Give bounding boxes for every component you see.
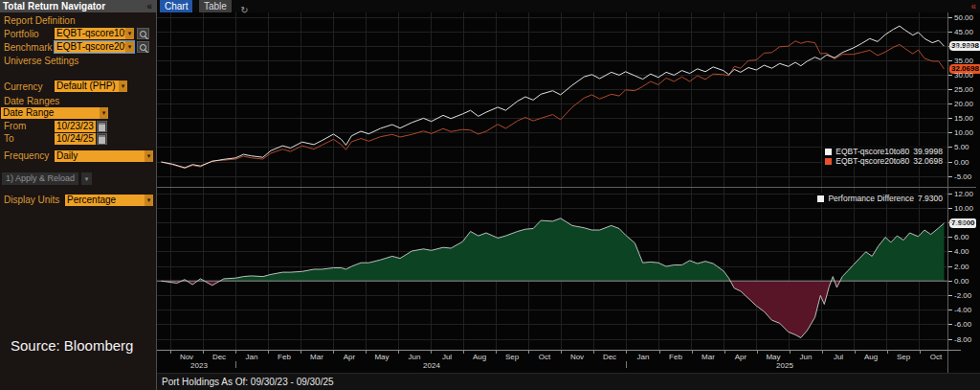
sidebar: Total Return Navigator « Report Definiti… [0, 0, 157, 390]
tab-table[interactable]: Table [199, 0, 232, 12]
x-axis-tick [301, 351, 301, 354]
sidebar-header: Total Return Navigator « [0, 0, 156, 12]
source-attribution: Source: Bloomberg [11, 337, 133, 354]
apply-reload-button[interactable]: 1) Apply & Reload [2, 172, 78, 185]
to-label: To [4, 132, 14, 145]
x-axis-tick [203, 351, 204, 354]
x-axis-month-label: Oct [531, 353, 558, 361]
y-axis-tick: 40.00 [948, 42, 973, 51]
x-axis-tick [463, 351, 464, 354]
chevron-down-icon[interactable]: ▾ [100, 107, 108, 119]
to-date-field[interactable]: 10/24/25 [55, 133, 96, 145]
x-axis-tick [593, 351, 594, 354]
y-axis-tick: 2.00 [948, 263, 969, 271]
year-separator [235, 361, 236, 368]
apply-reload-dropdown[interactable]: ▾ [81, 172, 92, 185]
x-axis-tick [398, 351, 399, 354]
x-axis-tick [170, 351, 171, 354]
x-axis-month-label: Sep [890, 353, 917, 361]
legend-series-value: 7.9300 [918, 194, 943, 203]
collapse-sidebar-icon[interactable]: « [146, 0, 152, 12]
y-axis: 39.9998 32.0698 7.9300 50.0045.0040.0035… [947, 0, 980, 374]
chevron-down-icon[interactable]: ▾ [119, 80, 127, 92]
y-axis-tick: -8.00 [948, 335, 971, 344]
legend-series-name: Performance Difference [828, 194, 914, 203]
display-units-value: Percentage [65, 195, 145, 206]
benchmark-label: Benchmark [4, 41, 53, 54]
currency-select[interactable]: Default (PHP) ▾ [55, 80, 127, 92]
y-axis-tick: 5.00 [948, 143, 969, 151]
x-axis-tick [431, 351, 432, 354]
y-axis-tick: 0.00 [948, 158, 969, 167]
x-axis-month-label: May [368, 353, 395, 361]
y-axis-tick: 10.00 [948, 128, 973, 137]
chevron-down-icon[interactable]: ▾ [145, 150, 153, 162]
x-axis-month-label: Jan [630, 353, 657, 361]
calendar-icon [99, 123, 105, 131]
y-axis-tick: 20.00 [948, 100, 973, 108]
tab-chart[interactable]: Chart [160, 0, 192, 12]
sidebar-title: Total Return Navigator [3, 1, 105, 11]
search-icon [140, 31, 146, 37]
y-axis-tick: -6.00 [948, 320, 971, 329]
from-date-field[interactable]: 10/23/23 [55, 121, 96, 132]
x-axis-month-label: Jul [434, 353, 460, 361]
to-date-value: 10/24/25 [55, 133, 96, 145]
chevron-down-icon[interactable]: ▾ [125, 28, 134, 39]
x-axis-tick [692, 351, 693, 354]
y-axis-tick: -4.00 [948, 306, 971, 314]
x-axis-month-label: Jan [238, 353, 265, 361]
y-axis-tick: 10.00 [948, 204, 973, 213]
portfolio-search-button[interactable] [137, 28, 149, 39]
status-bar: Port Holdings As Of: 09/30/23 - 09/30/25 [157, 374, 980, 390]
x-axis-month-label: Nov [564, 353, 590, 361]
y-axis-tick: 25.00 [948, 85, 973, 94]
x-axis-tick [855, 351, 856, 354]
section-date-ranges: Date Ranges [4, 95, 59, 107]
search-icon [140, 44, 146, 51]
from-label: From [4, 120, 26, 132]
x-axis-tick [887, 351, 888, 354]
y-axis-tick: 35.00 [948, 57, 973, 65]
date-range-select[interactable]: Date Range ▾ [1, 107, 108, 119]
frequency-select[interactable]: Daily ▾ [55, 150, 153, 162]
to-calendar-button[interactable] [97, 133, 107, 145]
y-axis-tick: -2.00 [948, 291, 971, 300]
x-axis-tick [790, 351, 791, 354]
x-axis-month-label: Jun [792, 353, 819, 361]
legend-series-value: 39.9998 [913, 147, 943, 156]
performance-difference-area-chart[interactable] [157, 188, 947, 350]
y-axis-tick: 4.00 [948, 247, 969, 256]
top-chart-legend: EQBT-qscore10to80 39.9998 EQBT-qscore20t… [822, 146, 946, 167]
universe-settings-link[interactable]: Universe Settings [4, 55, 78, 67]
calendar-icon [99, 135, 105, 144]
benchmark-field[interactable]: EQBT-qscore20to80 ▾ [55, 41, 134, 53]
benchmark-search-button[interactable] [137, 41, 149, 53]
y-axis-tick: 12.00 [948, 190, 973, 198]
legend-series-name: EQBT-qscore20to80 [835, 156, 909, 166]
chevron-down-icon[interactable]: ▾ [125, 41, 134, 53]
y-axis-tick: 15.00 [948, 114, 973, 123]
chevron-down-icon[interactable]: ▾ [145, 195, 153, 206]
x-axis-tick [659, 351, 660, 354]
x-axis-tick [626, 351, 627, 354]
x-axis-year-label: 2025 [768, 361, 801, 370]
x-axis-month-label: Feb [271, 353, 298, 361]
x-axis: NovDecJanFebMarAprMayJunJulAugSepOctNovD… [157, 351, 980, 372]
x-axis-month-label: May [760, 353, 787, 361]
x-axis-tick [333, 351, 334, 354]
x-axis-month-label: Apr [336, 353, 363, 361]
from-calendar-button[interactable] [97, 121, 107, 132]
y-axis-tick: 0.00 [948, 277, 969, 286]
x-axis-month-label: Aug [858, 353, 884, 361]
bottom-chart-legend: Performance Difference 7.9300 [814, 193, 946, 204]
legend-row: EQBT-qscore20to80 32.0698 [825, 156, 943, 166]
series-swatch-portfolio [825, 149, 832, 155]
chart-toolbar: Chart Table ↻ « [157, 0, 980, 12]
portfolio-field[interactable]: EQBT-qscore10to80 ▾ [55, 28, 134, 39]
x-axis-month-label: Mar [695, 353, 722, 361]
x-axis-tick [528, 351, 529, 354]
frequency-value: Daily [55, 150, 145, 162]
currency-label: Currency [4, 80, 43, 93]
display-units-select[interactable]: Percentage ▾ [65, 195, 153, 206]
